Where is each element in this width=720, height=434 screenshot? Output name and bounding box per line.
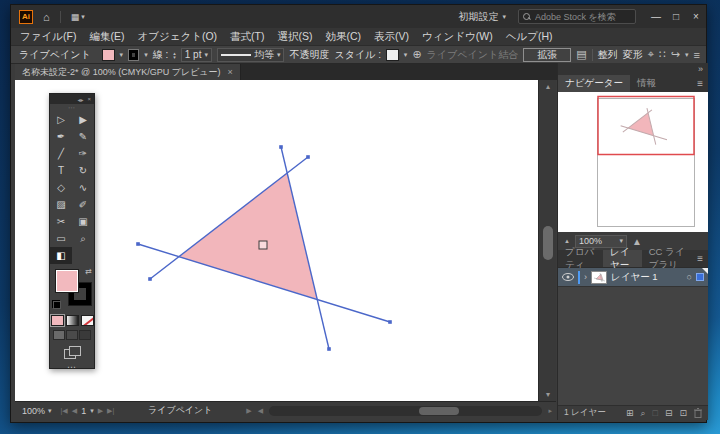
shaper-tool[interactable]: ◇ — [50, 179, 72, 196]
navigator-panel-menu-icon[interactable]: ≡ — [697, 75, 708, 92]
tab-properties[interactable]: プロパティ — [558, 250, 603, 267]
type-tool[interactable]: T — [50, 162, 72, 179]
new-sublayer-icon[interactable]: ⊟ — [665, 408, 673, 418]
layer-thumbnail[interactable] — [591, 271, 607, 284]
menu-select[interactable]: 選択(S) — [277, 30, 312, 44]
color-button[interactable] — [51, 315, 64, 326]
first-artboard-icon[interactable]: |◀ — [61, 407, 68, 415]
chevron-down-icon[interactable]: ▾ — [404, 51, 408, 59]
layers-panel-menu-icon[interactable]: ≡ — [697, 250, 708, 267]
navigator-preview[interactable] — [558, 92, 708, 232]
tab-layers[interactable]: レイヤー — [603, 250, 642, 267]
opacity-link[interactable]: 不透明度 — [289, 48, 329, 62]
scissors-tool[interactable]: ✂ — [50, 213, 72, 230]
maximize-button[interactable]: □ — [666, 5, 686, 28]
selection-tool[interactable]: ▷ — [50, 111, 72, 128]
horizontal-scrollbar[interactable] — [269, 406, 542, 416]
expand-layer-icon[interactable]: › — [584, 272, 587, 282]
chevron-down-icon[interactable]: ▾ — [90, 407, 94, 415]
new-layer-icon[interactable]: ⊡ — [679, 408, 687, 418]
status-back-icon[interactable]: ◀ — [258, 407, 263, 415]
layer-selected-art-indicator[interactable] — [696, 273, 704, 281]
menu-effect[interactable]: 効果(C) — [325, 30, 361, 44]
control-panel-menu-icon[interactable]: ≡ — [694, 49, 700, 61]
collapse-panels-icon[interactable]: » — [558, 63, 708, 75]
align-button[interactable]: 整列 — [598, 48, 618, 62]
expand-button[interactable]: 拡張 — [523, 48, 571, 62]
live-paint-bucket-tool[interactable]: ◧ — [50, 247, 72, 264]
zoom-tool[interactable]: ⌕ — [72, 230, 94, 247]
default-fill-stroke-icon[interactable] — [52, 300, 61, 309]
direct-selection-tool[interactable]: ▶ — [72, 111, 94, 128]
tab-info[interactable]: 情報 — [630, 75, 663, 92]
adobe-stock-search[interactable] — [518, 9, 636, 24]
menu-object[interactable]: オブジェクト(O) — [137, 30, 217, 44]
free-transform-icon[interactable]: ⌖ — [648, 48, 654, 61]
collect-for-export-icon[interactable]: ⊞ — [626, 408, 634, 418]
none-button[interactable] — [81, 315, 94, 326]
status-tool-name[interactable]: ライブペイント — [120, 404, 240, 417]
vertical-scroll-thumb[interactable] — [543, 226, 553, 260]
zoom-level-dropdown[interactable]: 100% ▾ — [19, 405, 55, 417]
stroke-profile-dropdown[interactable]: 均等 ▾ — [217, 48, 285, 62]
artboard-number[interactable]: 1 — [81, 406, 86, 416]
width-tool[interactable]: ∿ — [72, 179, 94, 196]
menu-window[interactable]: ウィンドウ(W) — [422, 30, 493, 44]
pen-tool[interactable]: ✒ — [50, 128, 72, 145]
menu-type[interactable]: 書式(T) — [230, 30, 264, 44]
layer-row[interactable]: › レイヤー 1 ○ — [558, 268, 708, 287]
paintbrush-tool[interactable]: ✑ — [72, 145, 94, 162]
arrange-documents-button[interactable]: ▦ ▾ — [71, 12, 85, 22]
horizontal-scroll-thumb[interactable] — [419, 407, 459, 415]
vertical-scrollbar[interactable]: ▴ ▾ — [538, 80, 556, 401]
eyedropper-tool[interactable]: ✐ — [72, 196, 94, 213]
edit-toolbar-icon[interactable]: ⋯ — [50, 362, 94, 372]
collapse-toolbar-icon[interactable]: ◂▸ — [77, 96, 83, 103]
layer-name[interactable]: レイヤー 1 — [611, 271, 683, 284]
chevron-down-icon[interactable]: ▾ — [144, 51, 148, 59]
isolate-selection-icon[interactable]: ↪ — [671, 48, 680, 61]
close-toolbar-icon[interactable]: × — [87, 96, 91, 102]
artboard-canvas[interactable]: ◂▸ × ⋯ ▷ ▶ ✒ ✎ ╱ ✑ T ↻ ◇ ∿ ▨ ✐ ✂ ▣ ▭ ⌕ — [15, 80, 538, 401]
artboard-tool[interactable]: ▭ — [50, 230, 72, 247]
previous-artboard-icon[interactable]: ◀ — [72, 407, 77, 415]
stroke-color-swatch[interactable] — [128, 49, 139, 61]
scroll-down-icon[interactable]: ▾ — [539, 390, 557, 399]
chevron-down-icon[interactable]: ▾ — [120, 51, 124, 59]
locate-object-icon[interactable]: ⌕ — [640, 408, 645, 419]
recolor-artwork-icon[interactable]: ⊕ — [412, 48, 421, 61]
minimize-button[interactable]: — — [646, 5, 666, 28]
scroll-right-icon[interactable]: ▸ — [548, 407, 552, 415]
screen-mode-icon[interactable] — [64, 346, 80, 357]
next-artboard-icon[interactable]: ▶ — [98, 407, 103, 415]
layer-target-icon[interactable]: ○ — [687, 272, 692, 282]
toolbar-grip[interactable]: ⋯ — [50, 104, 94, 111]
menu-file[interactable]: ファイル(F) — [20, 30, 76, 44]
fill-color-swatch[interactable] — [102, 49, 115, 61]
stroke-weight-dropdown[interactable]: 1 pt ▾ — [181, 48, 212, 62]
select-similar-icon[interactable]: ∷ — [659, 48, 666, 61]
line-segment-tool[interactable]: ╱ — [50, 145, 72, 162]
close-button[interactable]: × — [686, 5, 706, 28]
menu-view[interactable]: 表示(V) — [374, 30, 409, 44]
transform-button[interactable]: 変形 — [623, 48, 643, 62]
gap-options-icon[interactable]: ▤ — [576, 48, 586, 61]
curvature-tool[interactable]: ✎ — [72, 128, 94, 145]
stroke-weight-stepper[interactable]: ▴▾ — [173, 51, 176, 59]
zoom-out-icon[interactable]: ▲ — [564, 238, 570, 244]
gradient-button[interactable] — [66, 315, 79, 326]
home-icon[interactable]: ⌂ — [43, 11, 50, 23]
draw-behind-button[interactable] — [66, 330, 78, 340]
tab-cc-libraries[interactable]: CC ライブラリ — [642, 250, 697, 267]
shape-builder-tool[interactable]: ▣ — [72, 213, 94, 230]
draw-normal-button[interactable] — [53, 330, 65, 340]
style-swatch[interactable] — [386, 49, 399, 61]
scroll-up-icon[interactable]: ▴ — [539, 82, 557, 91]
chevron-down-icon[interactable]: ▾ — [685, 51, 689, 59]
menu-edit[interactable]: 編集(E) — [89, 30, 124, 44]
menu-help[interactable]: ヘルプ(H) — [506, 30, 553, 44]
last-artboard-icon[interactable]: ▶| — [107, 407, 114, 415]
document-tab[interactable]: 名称未設定-2* @ 100% (CMYK/GPU プレビュー) × — [15, 64, 241, 80]
rotate-tool[interactable]: ↻ — [72, 162, 94, 179]
tab-navigator[interactable]: ナビゲーター — [558, 75, 630, 92]
